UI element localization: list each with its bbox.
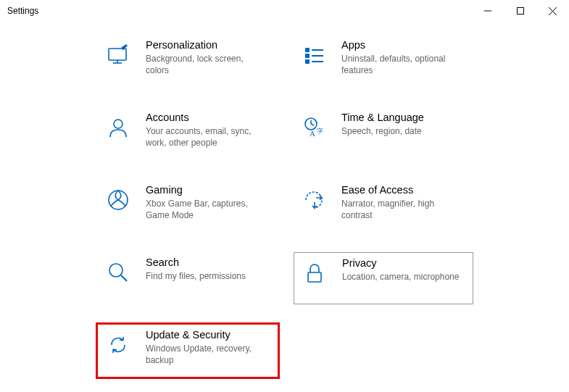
privacy-icon <box>300 259 329 288</box>
time-language-icon: A字 <box>299 113 328 142</box>
category-desc: Windows Update, recovery, backup <box>146 343 269 366</box>
svg-line-17 <box>311 124 314 125</box>
category-desc: Uninstall, defaults, optional features <box>341 53 465 76</box>
category-accounts[interactable]: Accounts Your accounts, email, sync, wor… <box>98 107 278 159</box>
svg-point-14 <box>114 120 122 128</box>
svg-point-21 <box>109 264 122 277</box>
category-desc: Speech, region, date <box>341 125 424 137</box>
svg-rect-10 <box>305 59 310 64</box>
category-title: Personalization <box>146 39 269 51</box>
category-desc: Narrator, magnifier, high contrast <box>341 198 465 221</box>
svg-rect-8 <box>305 48 310 52</box>
gaming-icon <box>104 185 133 214</box>
personalization-icon <box>104 41 133 70</box>
category-desc: Xbox Game Bar, captures, Game Mode <box>146 198 269 221</box>
svg-rect-1 <box>517 8 523 14</box>
category-title: Ease of Access <box>341 184 465 196</box>
close-icon <box>549 7 557 15</box>
category-search[interactable]: Search Find my files, permissions <box>98 252 278 304</box>
category-title: Search <box>146 257 246 268</box>
close-button[interactable] <box>536 0 569 22</box>
category-gaming[interactable]: Gaming Xbox Game Bar, captures, Game Mod… <box>98 180 278 232</box>
maximize-icon <box>517 7 524 14</box>
minimize-button[interactable] <box>471 0 504 22</box>
svg-text:字: 字 <box>317 128 323 135</box>
category-privacy[interactable]: Privacy Location, camera, microphone <box>294 252 473 304</box>
window-title: Settings <box>7 6 471 16</box>
category-personalization[interactable]: Personalization Background, lock screen,… <box>98 35 278 87</box>
maximize-button[interactable] <box>504 0 536 22</box>
svg-rect-4 <box>109 49 126 60</box>
search-icon <box>104 258 133 287</box>
ease-of-access-icon <box>299 185 328 214</box>
category-desc: Find my files, permissions <box>146 270 246 282</box>
apps-icon <box>299 41 328 70</box>
category-update-security[interactable]: Update & Security Windows Update, recove… <box>98 325 278 377</box>
svg-line-22 <box>121 275 127 281</box>
category-time-language[interactable]: A字 Time & Language Speech, region, date <box>294 107 473 159</box>
category-title: Time & Language <box>341 112 424 123</box>
accounts-icon <box>104 113 133 142</box>
category-desc: Your accounts, email, sync, work, other … <box>146 125 269 149</box>
category-title: Apps <box>341 39 465 51</box>
category-title: Accounts <box>146 112 269 123</box>
svg-rect-23 <box>308 272 321 282</box>
category-desc: Background, lock screen, colors <box>146 53 269 76</box>
minimize-icon <box>484 7 491 14</box>
category-title: Update & Security <box>146 329 269 341</box>
settings-grid: Personalization Background, lock screen,… <box>0 22 569 377</box>
window-controls <box>471 0 569 22</box>
category-desc: Location, camera, microphone <box>342 271 459 283</box>
category-title: Privacy <box>342 257 459 269</box>
svg-rect-9 <box>305 54 310 58</box>
category-title: Gaming <box>146 184 269 196</box>
update-security-icon <box>104 330 133 359</box>
category-ease-of-access[interactable]: Ease of Access Narrator, magnifier, high… <box>294 180 473 232</box>
svg-text:A: A <box>310 129 315 138</box>
category-apps[interactable]: Apps Uninstall, defaults, optional featu… <box>294 35 473 87</box>
titlebar: Settings <box>0 0 569 22</box>
